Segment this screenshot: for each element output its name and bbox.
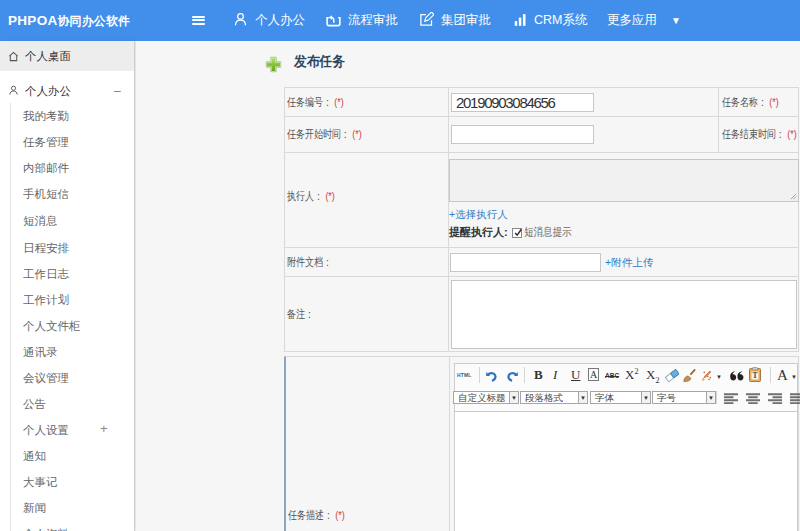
svg-text:T: T (752, 371, 757, 380)
